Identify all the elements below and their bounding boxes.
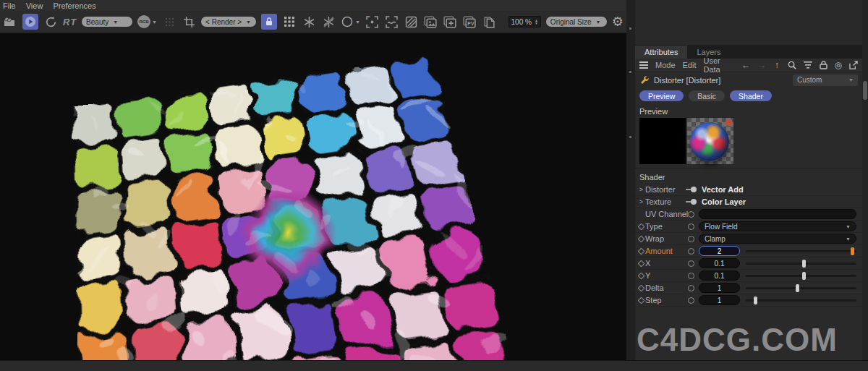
refresh-icon[interactable] xyxy=(43,14,58,30)
history-back-icon[interactable]: ← xyxy=(741,60,750,70)
shader-link-value[interactable]: Color Layer xyxy=(702,197,746,206)
animation-circle-icon[interactable] xyxy=(683,273,699,279)
compare-circle-button[interactable]: ▼ xyxy=(341,15,360,28)
param-label[interactable]: Type xyxy=(645,222,683,231)
param-label[interactable]: Texture xyxy=(645,197,683,206)
param-control: 2 xyxy=(699,246,862,256)
history-forward-icon[interactable]: → xyxy=(757,60,766,70)
animation-circle-icon[interactable] xyxy=(683,236,699,242)
slider-track[interactable] xyxy=(746,299,856,302)
add-image-icon[interactable] xyxy=(443,14,458,30)
snowflake-icon[interactable] xyxy=(302,14,316,30)
filter-icon[interactable] xyxy=(804,61,812,69)
param-label[interactable]: Amount xyxy=(645,247,683,255)
snowflake-off-icon[interactable] xyxy=(321,14,336,30)
shader-section-label: Shader xyxy=(635,168,862,184)
dropdown[interactable]: Flow Field▼ xyxy=(699,221,856,231)
rt-toggle[interactable]: RT xyxy=(63,17,77,27)
copy-page-icon[interactable] xyxy=(482,14,497,30)
render-pass-dropdown[interactable]: Beauty▼ xyxy=(82,17,132,27)
zoom-stepper[interactable]: ▲▼ xyxy=(535,19,538,25)
animation-circle-icon[interactable] xyxy=(683,223,699,230)
param-row-distorter: >DistorterVector Add xyxy=(635,184,862,196)
slider-handle[interactable] xyxy=(802,272,806,280)
section-basic-button[interactable]: Basic xyxy=(689,90,725,101)
node-port-icon[interactable] xyxy=(683,199,699,205)
preview-thumb-sphere[interactable] xyxy=(687,118,733,164)
menu-view[interactable]: View xyxy=(26,1,43,10)
chevron-down-icon: ▼ xyxy=(113,20,118,25)
gear-icon[interactable]: ⚙ xyxy=(612,14,624,30)
focus-region-icon[interactable] xyxy=(385,14,399,30)
animation-circle-icon[interactable] xyxy=(683,260,699,267)
shader-link-value[interactable]: Vector Add xyxy=(702,185,744,194)
render-viewport[interactable]: Frame 0: 2023-03-28 11:36:38 (13.786) xyxy=(0,33,626,371)
chevron-down-icon: ▼ xyxy=(848,77,854,82)
expand-chevron-icon[interactable]: > xyxy=(637,186,645,193)
menu-mode[interactable]: Mode xyxy=(655,61,676,69)
ab-compare-icon[interactable] xyxy=(404,14,419,30)
slider-handle[interactable] xyxy=(796,284,799,292)
lock-button[interactable] xyxy=(261,14,277,30)
slider-track[interactable] xyxy=(746,287,856,289)
slider-track[interactable] xyxy=(746,263,856,265)
param-label[interactable]: UV Channel xyxy=(645,210,683,218)
preview-thumb-flat[interactable] xyxy=(639,118,686,164)
section-preview-button[interactable]: Preview xyxy=(639,90,684,101)
slider-track[interactable] xyxy=(746,275,856,277)
value-field[interactable]: 2 xyxy=(699,246,740,256)
pane-divider[interactable] xyxy=(626,0,635,371)
animation-circle-icon[interactable] xyxy=(683,285,699,291)
section-shader-button[interactable]: Shader xyxy=(730,90,772,101)
zoom-percent-field[interactable]: 100 % ▲▼ xyxy=(509,16,541,27)
node-port-icon[interactable] xyxy=(683,187,699,192)
dropdown[interactable]: Clamp▼ xyxy=(699,234,856,244)
image-size-dropdown[interactable]: Original Size▼ xyxy=(546,17,607,27)
param-label[interactable]: Distorter xyxy=(645,185,683,194)
expand-chevron-icon[interactable]: > xyxy=(637,198,645,205)
focus-point-icon[interactable] xyxy=(365,14,380,30)
value-field[interactable]: 0.1 xyxy=(699,270,740,281)
menu-preferences[interactable]: Preferences xyxy=(53,1,95,10)
pv-snapshot-icon[interactable]: PV xyxy=(463,14,477,30)
text-field[interactable] xyxy=(699,209,856,219)
tab-attributes[interactable]: Attributes xyxy=(635,46,687,59)
parent-up-icon[interactable]: ↑ xyxy=(773,60,780,70)
menu-edit[interactable]: Edit xyxy=(683,61,697,69)
param-label[interactable]: X xyxy=(645,259,683,268)
menu-user-data[interactable]: User Data xyxy=(704,56,728,74)
clapper-icon[interactable] xyxy=(3,14,17,30)
play-button[interactable] xyxy=(22,14,38,30)
image-history-icon[interactable] xyxy=(424,14,438,30)
track-focus-icon[interactable]: ◎ xyxy=(835,60,842,70)
hamburger-icon[interactable] xyxy=(639,61,648,69)
animation-circle-icon[interactable] xyxy=(683,211,699,218)
panel-scrollbar[interactable] xyxy=(862,0,868,371)
lock-icon[interactable] xyxy=(820,61,827,69)
slider-handle[interactable] xyxy=(851,247,854,255)
panel-tab-bar: Attributes Layers xyxy=(635,46,862,59)
search-icon[interactable] xyxy=(788,61,796,69)
slider-handle[interactable] xyxy=(802,260,806,268)
channel-button[interactable]: RGB ▼ xyxy=(137,15,157,28)
param-label[interactable]: Wrap xyxy=(645,234,683,243)
menu-file[interactable]: File xyxy=(3,1,16,10)
scrollbar-thumb[interactable] xyxy=(863,81,867,100)
param-label[interactable]: Step xyxy=(645,296,683,304)
grid-dim-icon[interactable] xyxy=(162,14,176,30)
param-control: Clamp▼ xyxy=(699,234,862,244)
slider-handle[interactable] xyxy=(754,297,757,304)
value-field[interactable]: 1 xyxy=(699,295,740,305)
value-field[interactable]: 1 xyxy=(699,283,740,293)
param-label[interactable]: Delta xyxy=(645,283,683,292)
animation-circle-icon[interactable] xyxy=(683,248,699,255)
crop-icon[interactable] xyxy=(182,14,196,30)
value-field[interactable]: 0.1 xyxy=(699,258,740,268)
new-window-icon[interactable] xyxy=(849,61,858,69)
slider-track[interactable] xyxy=(746,250,856,252)
param-label[interactable]: Y xyxy=(645,271,683,280)
render-setting-dropdown[interactable]: < Render >▼ xyxy=(201,17,256,27)
animation-circle-icon[interactable] xyxy=(683,297,699,304)
preset-dropdown[interactable]: Custom▼ xyxy=(793,74,858,86)
layout-grid-icon[interactable] xyxy=(282,14,297,30)
